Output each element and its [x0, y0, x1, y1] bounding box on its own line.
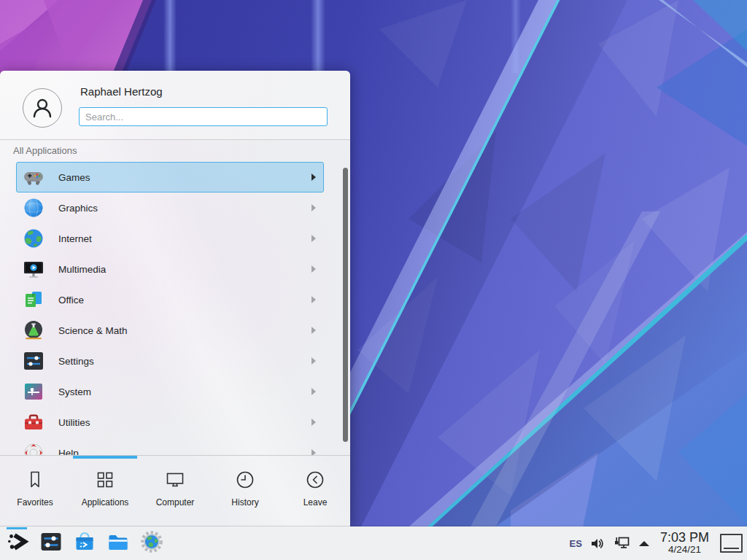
digital-clock[interactable]: 7:03 PM 4/24/21	[657, 531, 712, 555]
system-tray: ES 7:03 PM 4/24/21	[570, 531, 747, 555]
category-label: Utilities	[58, 417, 311, 428]
lifebuoy-icon	[22, 441, 45, 455]
kali-menu-icon	[6, 530, 29, 556]
tab-label: History	[231, 497, 258, 508]
tab-label: Applications	[82, 497, 129, 508]
tab-applications[interactable]: Applications	[70, 458, 140, 526]
tab-label: Favorites	[17, 497, 53, 508]
app-grid-icon	[94, 469, 116, 491]
application-launcher-menu: Raphael Hertzog All Applications GamesGr…	[0, 71, 350, 526]
tabbar-separator	[0, 455, 350, 456]
taskbar-system-settings[interactable]	[39, 532, 63, 555]
category-row-multimedia[interactable]: Multimedia	[16, 254, 324, 284]
category-label: Science & Math	[58, 325, 311, 336]
user-icon	[30, 96, 55, 120]
globe-icon	[22, 227, 45, 250]
tab-favorites[interactable]: Favorites	[0, 458, 70, 526]
submenu-arrow-icon	[311, 296, 316, 303]
list-scrollbar[interactable]	[343, 168, 348, 442]
taskbar-discover-store[interactable]	[73, 532, 96, 555]
submenu-arrow-icon	[311, 204, 316, 211]
expand-tray-caret-icon[interactable]	[639, 541, 649, 546]
category-row-utilities[interactable]: Utilities	[16, 407, 324, 438]
keyboard-layout-indicator[interactable]: ES	[570, 538, 582, 549]
user-name: Raphael Hertzog	[80, 85, 163, 98]
category-row-office[interactable]: Office	[16, 284, 324, 315]
leave-back-icon	[304, 469, 326, 491]
category-row-system[interactable]: System	[16, 376, 324, 407]
computer-monitor-icon	[164, 469, 186, 491]
category-row-internet[interactable]: Internet	[16, 223, 324, 254]
category-list: GamesGraphicsInternetMultimediaOfficeSci…	[0, 162, 350, 455]
settings-sliders-icon	[22, 349, 45, 373]
tab-label: Computer	[156, 497, 195, 508]
gamepad-icon	[22, 166, 45, 189]
submenu-arrow-icon	[311, 327, 316, 334]
bookmark-icon	[24, 469, 46, 491]
header-separator	[0, 139, 350, 140]
office-docs-icon	[22, 288, 45, 311]
category-label: Settings	[58, 356, 311, 367]
section-label: All Applications	[13, 145, 77, 156]
search-input[interactable]	[79, 107, 328, 126]
tab-label: Leave	[303, 497, 328, 508]
system-settings-icon	[39, 530, 63, 556]
desktop: Raphael Hertzog All Applications GamesGr…	[0, 0, 747, 560]
category-label: Games	[58, 172, 311, 183]
category-row-help[interactable]: Help	[16, 438, 324, 455]
taskbar-file-manager[interactable]	[107, 532, 130, 555]
category-row-science-math[interactable]: Science & Math	[16, 315, 324, 346]
category-row-settings[interactable]: Settings	[16, 346, 324, 376]
category-label: Multimedia	[58, 264, 311, 275]
graphics-sphere-icon	[22, 196, 45, 219]
category-label: Office	[58, 295, 311, 306]
show-desktop-button[interactable]	[720, 534, 743, 553]
network-wired-icon[interactable]	[614, 535, 631, 551]
history-clock-icon	[234, 469, 256, 491]
category-label: Graphics	[58, 203, 311, 214]
discover-bag-icon	[73, 530, 96, 556]
taskbar-panel: ES 7:03 PM 4/24/21	[0, 526, 747, 560]
multimedia-monitor-icon	[22, 257, 45, 281]
submenu-arrow-icon	[311, 419, 316, 426]
volume-icon[interactable]	[590, 536, 605, 551]
category-row-games[interactable]: Games	[16, 162, 324, 192]
taskbar-kali-launcher[interactable]	[6, 532, 29, 555]
submenu-arrow-icon	[311, 265, 316, 273]
clock-date: 4/24/21	[668, 545, 701, 555]
clock-time: 7:03 PM	[660, 531, 709, 545]
submenu-arrow-icon	[311, 235, 316, 242]
category-label: System	[58, 386, 311, 397]
browser-globe-gear-icon	[140, 530, 163, 556]
submenu-arrow-icon	[311, 357, 316, 365]
tab-history[interactable]: History	[210, 458, 280, 526]
science-flask-icon	[22, 319, 45, 342]
tab-leave[interactable]: Leave	[280, 458, 350, 526]
category-row-graphics[interactable]: Graphics	[16, 192, 324, 223]
tab-computer[interactable]: Computer	[140, 458, 210, 526]
launcher-tabbar: FavoritesApplicationsComputerHistoryLeav…	[0, 458, 350, 526]
launcher-header: Raphael Hertzog	[0, 71, 350, 139]
submenu-arrow-icon	[311, 174, 316, 181]
submenu-arrow-icon	[311, 388, 316, 395]
folder-icon	[107, 530, 130, 556]
category-label: Help	[58, 448, 311, 456]
toolbox-icon	[22, 411, 45, 434]
user-avatar	[23, 88, 62, 128]
active-task-indicator	[7, 527, 27, 529]
system-icon	[22, 380, 45, 403]
taskbar-web-browser[interactable]	[140, 532, 163, 555]
category-label: Internet	[58, 233, 311, 244]
submenu-arrow-icon	[311, 449, 316, 455]
